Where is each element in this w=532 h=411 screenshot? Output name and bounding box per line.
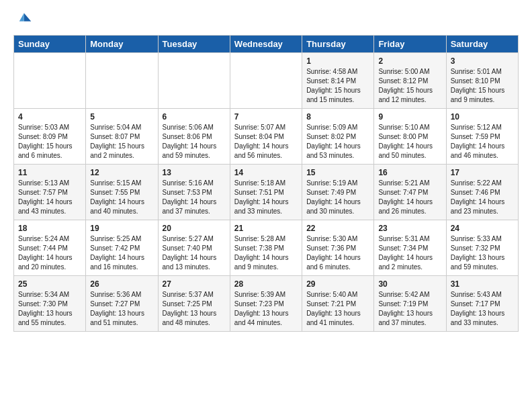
day-info: Sunrise: 5:04 AM Sunset: 8:07 PM Dayligh… [90, 123, 153, 161]
calendar-cell: 15Sunrise: 5:19 AM Sunset: 7:49 PM Dayli… [302, 165, 374, 220]
calendar-cell [14, 53, 86, 109]
calendar-cell: 5Sunrise: 5:04 AM Sunset: 8:07 PM Daylig… [86, 109, 158, 165]
calendar-cell: 25Sunrise: 5:34 AM Sunset: 7:30 PM Dayli… [14, 276, 86, 332]
calendar-cell: 31Sunrise: 5:43 AM Sunset: 7:17 PM Dayli… [446, 276, 518, 332]
day-number: 23 [378, 224, 441, 233]
day-of-week-header: Saturday [446, 36, 518, 53]
calendar-cell: 13Sunrise: 5:16 AM Sunset: 7:53 PM Dayli… [158, 165, 230, 220]
day-number: 15 [306, 168, 369, 177]
day-number: 29 [306, 279, 369, 289]
day-info: Sunrise: 5:40 AM Sunset: 7:21 PM Dayligh… [306, 290, 369, 328]
calendar-cell: 2Sunrise: 5:00 AM Sunset: 8:12 PM Daylig… [374, 53, 446, 109]
day-info: Sunrise: 5:24 AM Sunset: 7:44 PM Dayligh… [18, 234, 81, 272]
calendar-cell: 26Sunrise: 5:36 AM Sunset: 7:27 PM Dayli… [86, 276, 158, 332]
day-number: 19 [90, 224, 153, 233]
day-number: 6 [163, 112, 226, 122]
calendar-cell: 18Sunrise: 5:24 AM Sunset: 7:44 PM Dayli… [14, 220, 86, 276]
day-info: Sunrise: 5:31 AM Sunset: 7:34 PM Dayligh… [378, 234, 441, 272]
calendar-week-row: 18Sunrise: 5:24 AM Sunset: 7:44 PM Dayli… [14, 220, 519, 276]
day-number: 9 [378, 112, 441, 122]
day-number: 28 [234, 279, 298, 289]
calendar-cell: 22Sunrise: 5:30 AM Sunset: 7:36 PM Dayli… [302, 220, 374, 276]
day-number: 1 [306, 56, 369, 66]
day-info: Sunrise: 5:21 AM Sunset: 7:47 PM Dayligh… [378, 179, 441, 216]
calendar-cell: 12Sunrise: 5:15 AM Sunset: 7:55 PM Dayli… [86, 165, 158, 220]
day-number: 10 [451, 112, 514, 122]
calendar-cell: 23Sunrise: 5:31 AM Sunset: 7:34 PM Dayli… [374, 220, 446, 276]
calendar-week-row: 25Sunrise: 5:34 AM Sunset: 7:30 PM Dayli… [14, 276, 519, 332]
day-of-week-header: Monday [86, 36, 158, 53]
day-number: 24 [451, 224, 514, 233]
calendar-cell [230, 53, 302, 109]
day-info: Sunrise: 5:07 AM Sunset: 8:04 PM Dayligh… [234, 123, 298, 161]
calendar-cell: 29Sunrise: 5:40 AM Sunset: 7:21 PM Dayli… [302, 276, 374, 332]
calendar-table: SundayMondayTuesdayWednesdayThursdayFrid… [13, 35, 519, 332]
day-info: Sunrise: 5:43 AM Sunset: 7:17 PM Dayligh… [451, 290, 514, 328]
calendar-cell: 10Sunrise: 5:12 AM Sunset: 7:59 PM Dayli… [446, 109, 518, 165]
day-info: Sunrise: 5:34 AM Sunset: 7:30 PM Dayligh… [18, 290, 81, 328]
calendar-cell: 27Sunrise: 5:37 AM Sunset: 7:25 PM Dayli… [158, 276, 230, 332]
calendar-header-row: SundayMondayTuesdayWednesdayThursdayFrid… [14, 36, 519, 53]
day-info: Sunrise: 5:28 AM Sunset: 7:38 PM Dayligh… [234, 234, 298, 272]
calendar-cell: 3Sunrise: 5:01 AM Sunset: 8:10 PM Daylig… [446, 53, 518, 109]
svg-marker-1 [19, 13, 24, 21]
calendar-cell: 9Sunrise: 5:10 AM Sunset: 8:00 PM Daylig… [374, 109, 446, 165]
day-info: Sunrise: 5:42 AM Sunset: 7:19 PM Dayligh… [378, 290, 441, 328]
day-info: Sunrise: 5:06 AM Sunset: 8:06 PM Dayligh… [163, 123, 226, 161]
day-number: 8 [306, 112, 369, 122]
day-info: Sunrise: 5:03 AM Sunset: 8:09 PM Dayligh… [18, 123, 81, 161]
day-number: 31 [451, 279, 514, 289]
page-header [13, 11, 519, 30]
day-info: Sunrise: 5:10 AM Sunset: 8:00 PM Dayligh… [378, 123, 441, 161]
calendar-cell: 1Sunrise: 4:58 AM Sunset: 8:14 PM Daylig… [302, 53, 374, 109]
day-number: 2 [378, 56, 441, 66]
day-number: 16 [378, 168, 441, 177]
day-number: 14 [234, 168, 298, 177]
day-number: 25 [18, 279, 81, 289]
day-number: 4 [18, 112, 81, 122]
day-info: Sunrise: 5:09 AM Sunset: 8:02 PM Dayligh… [306, 123, 369, 161]
day-number: 13 [163, 168, 226, 177]
day-of-week-header: Friday [374, 36, 446, 53]
day-number: 27 [163, 279, 226, 289]
day-info: Sunrise: 5:36 AM Sunset: 7:27 PM Dayligh… [90, 290, 153, 328]
calendar-week-row: 1Sunrise: 4:58 AM Sunset: 8:14 PM Daylig… [14, 53, 519, 109]
day-number: 30 [378, 279, 441, 289]
calendar-cell [158, 53, 230, 109]
calendar-cell: 17Sunrise: 5:22 AM Sunset: 7:46 PM Dayli… [446, 165, 518, 220]
day-number: 12 [90, 168, 153, 177]
calendar-cell: 24Sunrise: 5:33 AM Sunset: 7:32 PM Dayli… [446, 220, 518, 276]
day-info: Sunrise: 5:33 AM Sunset: 7:32 PM Dayligh… [451, 234, 514, 272]
day-info: Sunrise: 5:22 AM Sunset: 7:46 PM Dayligh… [451, 179, 514, 216]
day-info: Sunrise: 5:01 AM Sunset: 8:10 PM Dayligh… [451, 67, 514, 105]
calendar-cell: 7Sunrise: 5:07 AM Sunset: 8:04 PM Daylig… [230, 109, 302, 165]
day-number: 3 [451, 56, 514, 66]
calendar-cell [86, 53, 158, 109]
calendar-cell: 28Sunrise: 5:39 AM Sunset: 7:23 PM Dayli… [230, 276, 302, 332]
day-info: Sunrise: 5:25 AM Sunset: 7:42 PM Dayligh… [90, 234, 153, 272]
calendar-cell: 14Sunrise: 5:18 AM Sunset: 7:51 PM Dayli… [230, 165, 302, 220]
day-info: Sunrise: 4:58 AM Sunset: 8:14 PM Dayligh… [306, 67, 369, 105]
day-info: Sunrise: 5:16 AM Sunset: 7:53 PM Dayligh… [163, 179, 226, 216]
day-number: 22 [306, 224, 369, 233]
day-info: Sunrise: 5:37 AM Sunset: 7:25 PM Dayligh… [163, 290, 226, 328]
svg-marker-0 [24, 13, 32, 21]
day-number: 21 [234, 224, 298, 233]
day-info: Sunrise: 5:12 AM Sunset: 7:59 PM Dayligh… [451, 123, 514, 161]
calendar-cell: 6Sunrise: 5:06 AM Sunset: 8:06 PM Daylig… [158, 109, 230, 165]
calendar-week-row: 11Sunrise: 5:13 AM Sunset: 7:57 PM Dayli… [14, 165, 519, 220]
day-info: Sunrise: 5:39 AM Sunset: 7:23 PM Dayligh… [234, 290, 298, 328]
day-number: 18 [18, 224, 81, 233]
day-number: 7 [234, 112, 298, 122]
day-number: 26 [90, 279, 153, 289]
day-number: 5 [90, 112, 153, 122]
day-info: Sunrise: 5:15 AM Sunset: 7:55 PM Dayligh… [90, 179, 153, 216]
day-info: Sunrise: 5:00 AM Sunset: 8:12 PM Dayligh… [378, 67, 441, 105]
calendar-week-row: 4Sunrise: 5:03 AM Sunset: 8:09 PM Daylig… [14, 109, 519, 165]
day-info: Sunrise: 5:19 AM Sunset: 7:49 PM Dayligh… [306, 179, 369, 216]
day-info: Sunrise: 5:18 AM Sunset: 7:51 PM Dayligh… [234, 179, 298, 216]
calendar-cell: 11Sunrise: 5:13 AM Sunset: 7:57 PM Dayli… [14, 165, 86, 220]
day-number: 17 [451, 168, 514, 177]
logo-icon [13, 11, 32, 30]
day-info: Sunrise: 5:27 AM Sunset: 7:40 PM Dayligh… [163, 234, 226, 272]
